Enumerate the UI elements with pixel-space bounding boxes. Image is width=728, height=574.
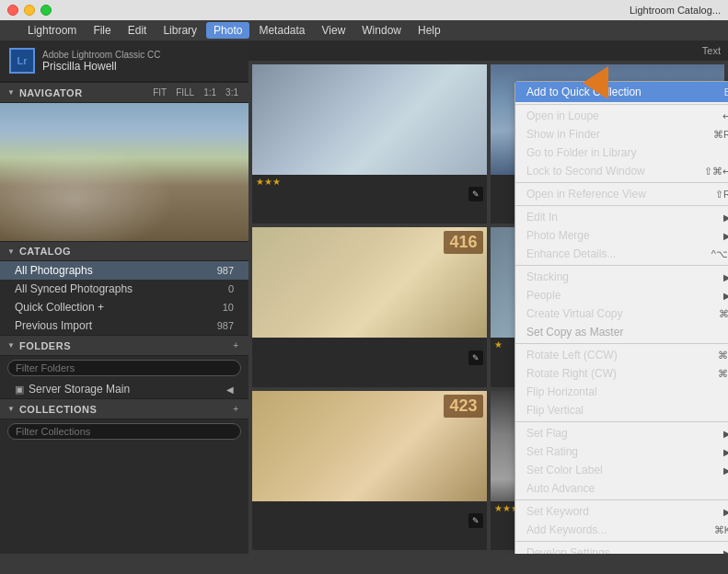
collections-section: ▼ Collections + xyxy=(0,398,248,554)
menu-apple[interactable] xyxy=(4,29,18,32)
menu-file[interactable]: File xyxy=(86,22,118,39)
menu-label-go-folder: Go to Folder in Library xyxy=(526,146,728,159)
menu-view[interactable]: View xyxy=(315,22,353,39)
menu-lightroom[interactable]: Lightroom xyxy=(20,22,84,39)
lr-app-name: Adobe Lightroom Classic CC xyxy=(42,50,160,60)
catalog-header[interactable]: ▼ Catalog xyxy=(0,241,248,261)
menu-auto-advance[interactable]: Auto Advance xyxy=(515,479,728,498)
menu-metadata[interactable]: Metadata xyxy=(251,22,312,39)
menu-library[interactable]: Library xyxy=(156,22,204,39)
menu-divider-1 xyxy=(515,104,728,105)
menu-label-create-virtual: Create Virtual Copy xyxy=(526,307,711,320)
title-bar: Lightroom Catalog... xyxy=(0,0,728,20)
catalog-item-quick[interactable]: Quick Collection + 10 xyxy=(0,298,248,316)
menu-window[interactable]: Window xyxy=(354,22,409,39)
menu-label-add-quick: Add to Quick Collection xyxy=(526,86,717,98)
photo-cell-3[interactable]: 416 ✎ xyxy=(252,227,487,386)
minimize-button[interactable] xyxy=(24,5,35,16)
close-button[interactable] xyxy=(7,5,18,16)
nav-fill-btn[interactable]: FILL xyxy=(173,86,197,98)
menu-lock-second-window[interactable]: Lock to Second Window ⇧⌘↩ xyxy=(515,162,728,180)
folders-section: ▼ Folders + ▣ Server Storage Main ◀ xyxy=(0,335,248,398)
menu-label-copy-master: Set Copy as Master xyxy=(526,326,728,339)
menu-show-finder[interactable]: Show in Finder ⌘R xyxy=(515,125,728,144)
folders-header[interactable]: ▼ Folders + xyxy=(0,335,248,356)
folder-arrow-icon: ◀ xyxy=(226,385,234,395)
menu-label-flip-v: Flip Vertical xyxy=(526,404,728,417)
menu-develop-settings[interactable]: Develop Settings ▶ xyxy=(515,544,728,554)
menu-rotate-left[interactable]: Rotate Left (CCW) ⌘[ xyxy=(515,346,728,364)
folder-item-server[interactable]: ▣ Server Storage Main ◀ xyxy=(0,380,248,398)
collections-add-button[interactable]: + xyxy=(230,403,241,415)
menu-label-edit-in: Edit In xyxy=(526,211,720,224)
menu-shortcut-rotate-right: ⌘] xyxy=(718,368,728,380)
folders-add-button[interactable]: + xyxy=(230,339,241,351)
photo-badge-5: ✎ xyxy=(468,513,483,528)
menu-stacking[interactable]: Stacking ▶ xyxy=(515,268,728,286)
lr-user-name: Priscilla Howell xyxy=(42,60,160,73)
menu-set-color-label[interactable]: Set Color Label ▶ xyxy=(515,461,728,479)
menu-photo-merge[interactable]: Photo Merge ▶ xyxy=(515,226,728,245)
catalog-item-all-photos[interactable]: All Photographs 987 xyxy=(0,261,248,280)
menu-add-keywords[interactable]: Add Keywords... ⌘K xyxy=(515,521,728,539)
menu-photo[interactable]: Photo xyxy=(206,22,249,39)
menu-label-set-rating: Set Rating xyxy=(526,445,720,458)
maximize-button[interactable] xyxy=(40,5,52,16)
menu-edit[interactable]: Edit xyxy=(121,22,155,39)
navigator-triangle-icon: ▼ xyxy=(7,88,15,97)
menu-set-keyword[interactable]: Set Keyword ▶ xyxy=(515,502,728,521)
menu-shortcut-virtual: ⌘' xyxy=(719,308,728,320)
menu-shortcut-open-loupe: ↩ xyxy=(722,110,728,122)
menu-label-add-keywords: Add Keywords... xyxy=(526,523,707,536)
submenu-arrow-color: ▶ xyxy=(723,465,728,476)
photo-cell-5[interactable]: 423 ✎ xyxy=(252,391,487,550)
menu-flip-vertical[interactable]: Flip Vertical xyxy=(515,401,728,419)
folder-icon: ▣ xyxy=(15,384,24,396)
catalog-item-synced[interactable]: All Synced Photographs 0 xyxy=(0,280,248,298)
folders-triangle-icon: ▼ xyxy=(7,341,15,350)
menu-go-to-folder[interactable]: Go to Folder in Library xyxy=(515,144,728,162)
catalog-item-previous[interactable]: Previous Import 987 xyxy=(0,316,248,335)
menu-divider-3 xyxy=(515,205,728,206)
menu-set-rating[interactable]: Set Rating ▶ xyxy=(515,442,728,461)
menu-people[interactable]: People ▶ xyxy=(515,286,728,304)
photos-toolbar: Text xyxy=(248,40,728,61)
menu-rotate-right[interactable]: Rotate Right (CW) ⌘] xyxy=(515,364,728,383)
menu-edit-in[interactable]: Edit In ▶ xyxy=(515,208,728,226)
menu-shortcut-show-finder: ⌘R xyxy=(713,129,728,141)
menu-enhance-details[interactable]: Enhance Details... ^⌥I xyxy=(515,245,728,263)
collections-header[interactable]: ▼ Collections + xyxy=(0,398,248,419)
navigator-header[interactable]: ▼ Navigator FIT FILL 1:1 3:1 xyxy=(0,82,248,103)
menu-label-people: People xyxy=(526,289,720,302)
catalog-synced-count: 0 xyxy=(228,283,234,294)
menu-open-loupe[interactable]: Open in Loupe ↩ xyxy=(515,107,728,125)
lr-title-block: Adobe Lightroom Classic CC Priscilla How… xyxy=(42,50,160,73)
navigator-controls: FIT FILL 1:1 3:1 xyxy=(150,86,241,98)
menu-label-reference-view: Open in Reference View xyxy=(526,188,708,201)
menu-label-flip-h: Flip Horizontal xyxy=(526,385,728,398)
nav-fit-btn[interactable]: FIT xyxy=(150,86,169,98)
menu-label-set-flag: Set Flag xyxy=(526,427,720,440)
submenu-arrow-develop: ▶ xyxy=(723,548,728,555)
menu-add-to-quick-collection[interactable]: Add to Quick Collection B xyxy=(515,82,728,102)
menu-help[interactable]: Help xyxy=(410,22,448,39)
catalog-synced-label: All Synced Photographs xyxy=(15,282,228,295)
submenu-arrow-keyword: ▶ xyxy=(723,507,728,517)
photo-cell-1[interactable]: ✎ ★★★ xyxy=(252,64,487,224)
collections-filter-input[interactable] xyxy=(7,423,241,440)
nav-3to1-btn[interactable]: 3:1 xyxy=(223,86,241,98)
navigator-title: Navigator xyxy=(19,87,150,98)
collections-triangle-icon: ▼ xyxy=(7,405,15,413)
photo-image-1 xyxy=(252,64,487,175)
folders-filter-input[interactable] xyxy=(7,360,241,376)
menu-label-show-finder: Show in Finder xyxy=(526,128,706,141)
menu-create-virtual-copy[interactable]: Create Virtual Copy ⌘' xyxy=(515,304,728,323)
menu-shortcut-rotate-left: ⌘[ xyxy=(718,350,728,362)
menu-set-flag[interactable]: Set Flag ▶ xyxy=(515,424,728,442)
menu-divider-2 xyxy=(515,182,728,183)
menu-label-enhance: Enhance Details... xyxy=(526,247,704,260)
menu-open-reference-view[interactable]: Open in Reference View ⇧R xyxy=(515,185,728,203)
menu-flip-horizontal[interactable]: Flip Horizontal xyxy=(515,383,728,401)
menu-divider-5 xyxy=(515,343,728,344)
nav-1to1-btn[interactable]: 1:1 xyxy=(201,86,219,98)
